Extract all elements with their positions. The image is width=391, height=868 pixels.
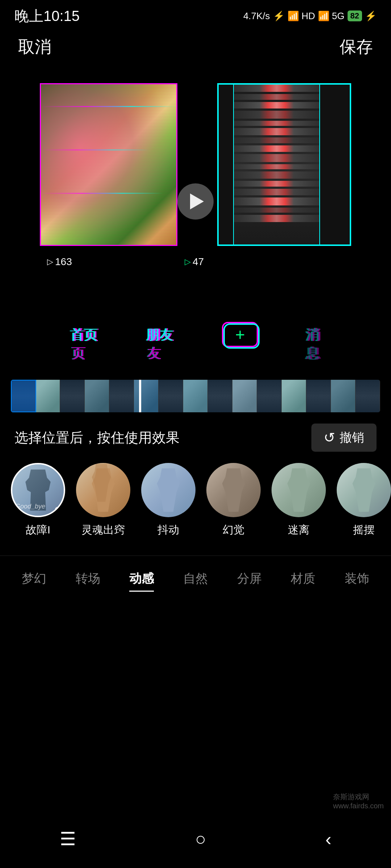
timeline-frame bbox=[109, 380, 134, 412]
timeline-frame bbox=[232, 380, 257, 412]
tiktok-home: 首页 bbox=[71, 326, 98, 344]
tab-nature[interactable]: 自然 bbox=[183, 567, 208, 592]
timeline-frame bbox=[159, 380, 183, 412]
effects-row: Good_bye 故障I 灵魂出窍 抖动 幻觉 bbox=[0, 456, 391, 548]
effect-label-5: 迷离 bbox=[288, 523, 310, 537]
undo-label: 撤销 bbox=[340, 429, 364, 446]
top-action-bar: 取消 保存 bbox=[0, 29, 391, 65]
plus-icon: + bbox=[235, 325, 245, 344]
nav-back-icon[interactable]: ‹ bbox=[325, 829, 332, 850]
video-preview: ▷ 163 ▷ 47 首页 朋友 + 消 bbox=[40, 65, 351, 362]
cancel-button[interactable]: 取消 bbox=[18, 36, 51, 58]
status-icons: 4.7K/s ⚡ 📶 HD 📶 5G 82 ⚡ bbox=[243, 10, 377, 22]
timeline-area bbox=[11, 373, 380, 420]
tab-decoration[interactable]: 装饰 bbox=[345, 567, 369, 592]
nav-home-icon[interactable]: ○ bbox=[195, 829, 206, 850]
effect-label-4: 幻觉 bbox=[223, 523, 244, 537]
category-tabs: 梦幻 转场 动感 自然 分屏 材质 装饰 bbox=[0, 556, 391, 599]
effect-thumb-glitch: Good_bye bbox=[11, 463, 65, 517]
effect-thumb-blur bbox=[272, 463, 326, 517]
left-video-panel bbox=[40, 83, 177, 246]
timeline-frame bbox=[85, 380, 109, 412]
tiktok-messages: 消 bbox=[306, 326, 320, 344]
effect-item-soul[interactable]: 灵魂出窍 bbox=[76, 463, 130, 537]
timeline-highlight bbox=[11, 380, 36, 412]
tab-dynamic[interactable]: 动感 bbox=[129, 567, 154, 592]
instruction-text: 选择位置后，按住使用效果 bbox=[14, 429, 180, 447]
tab-transition[interactable]: 转场 bbox=[76, 567, 100, 592]
battery-indicator: 82 bbox=[348, 10, 362, 21]
effect-item-swing[interactable]: 摇摆 bbox=[337, 463, 391, 537]
undo-button[interactable]: ↺ 撤销 bbox=[311, 424, 377, 452]
signal-icons: 📶 HD 📶 5G bbox=[287, 10, 345, 22]
tiktok-friends: 朋友 bbox=[147, 326, 174, 344]
charging-icon: ⚡ bbox=[365, 10, 377, 22]
effect-label-3: 抖动 bbox=[157, 523, 179, 537]
timeline-strip[interactable] bbox=[11, 380, 380, 412]
effect-item-glitch[interactable]: Good_bye 故障I bbox=[11, 463, 65, 537]
play-button[interactable] bbox=[177, 183, 214, 220]
network-speed: 4.7K/s bbox=[243, 10, 270, 22]
timeline-playhead[interactable] bbox=[139, 380, 141, 412]
right-video-panel bbox=[217, 83, 351, 246]
undo-icon: ↺ bbox=[324, 430, 335, 446]
effect-item-blur-effect[interactable]: 迷离 bbox=[272, 463, 326, 537]
play-icon-right: ▷ bbox=[185, 257, 191, 267]
timeline-frame bbox=[60, 380, 85, 412]
bluetooth-icon: ⚡ bbox=[273, 10, 285, 22]
instruction-bar: 选择位置后，按住使用效果 ↺ 撤销 bbox=[0, 420, 391, 456]
save-button[interactable]: 保存 bbox=[340, 36, 373, 58]
effect-thumb-soul bbox=[76, 463, 130, 517]
tab-splitscreen[interactable]: 分屏 bbox=[237, 567, 262, 592]
active-indicator bbox=[55, 507, 62, 514]
status-bar: 晚上10:15 4.7K/s ⚡ 📶 HD 📶 5G 82 ⚡ bbox=[0, 0, 391, 29]
effect-label-6: 摇摆 bbox=[353, 523, 375, 537]
bottom-navigation: ☰ ○ ‹ bbox=[0, 817, 391, 868]
right-view-count: ▷ 47 bbox=[185, 256, 204, 268]
effect-label-2: 灵魂出窍 bbox=[81, 523, 125, 537]
effect-label-1: 故障I bbox=[26, 523, 50, 537]
play-triangle-icon bbox=[190, 193, 204, 209]
effect-thumb-illusion bbox=[206, 463, 261, 517]
tab-dreamlike[interactable]: 梦幻 bbox=[22, 567, 46, 592]
tiktok-plus-button: + bbox=[222, 322, 258, 347]
timeline-frame bbox=[208, 380, 232, 412]
tiktok-nav-overlay: 首页 朋友 + 消 bbox=[40, 322, 351, 347]
status-time: 晚上10:15 bbox=[14, 6, 80, 26]
effect-thumb-shake bbox=[141, 463, 196, 517]
play-icon-left: ▷ bbox=[47, 257, 53, 267]
effect-item-illusion[interactable]: 幻觉 bbox=[206, 463, 261, 537]
effect-thumb-swing bbox=[337, 463, 391, 517]
timeline-frame bbox=[306, 380, 331, 412]
timeline-frame bbox=[356, 380, 380, 412]
timeline-frame bbox=[282, 380, 306, 412]
timeline-frame bbox=[331, 380, 356, 412]
nav-menu-icon[interactable]: ☰ bbox=[60, 829, 76, 850]
timeline-frames bbox=[11, 380, 380, 412]
left-view-count: ▷ 163 bbox=[47, 256, 72, 268]
watermark: 奈斯游戏网www.fairds.com bbox=[333, 792, 384, 810]
effect-item-shake[interactable]: 抖动 bbox=[141, 463, 196, 537]
timeline-frame bbox=[35, 380, 60, 412]
tab-material[interactable]: 材质 bbox=[291, 567, 315, 592]
timeline-frame bbox=[183, 380, 208, 412]
timeline-frame bbox=[257, 380, 282, 412]
timeline-frame bbox=[134, 380, 159, 412]
